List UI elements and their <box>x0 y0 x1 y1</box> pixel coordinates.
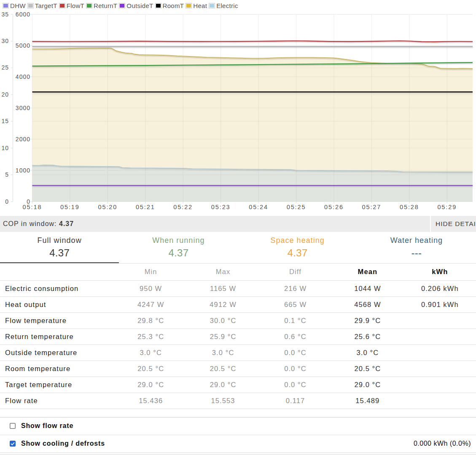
svg-text:5000: 5000 <box>16 42 30 49</box>
svg-text:6000: 6000 <box>16 11 30 18</box>
svg-text:1000: 1000 <box>16 167 30 174</box>
svg-text:30: 30 <box>1 38 9 44</box>
svg-text:15: 15 <box>1 118 9 124</box>
svg-text:2000: 2000 <box>16 136 30 143</box>
svg-text:05:24: 05:24 <box>249 204 268 210</box>
svg-text:20: 20 <box>1 91 9 98</box>
svg-text:0: 0 <box>5 198 9 205</box>
svg-text:10: 10 <box>1 145 9 151</box>
svg-text:3000: 3000 <box>16 105 30 111</box>
svg-text:05:21: 05:21 <box>136 204 155 210</box>
svg-text:05:19: 05:19 <box>60 204 80 210</box>
svg-text:05:28: 05:28 <box>400 204 419 210</box>
svg-text:05:26: 05:26 <box>324 204 344 210</box>
svg-text:05:22: 05:22 <box>173 204 193 210</box>
svg-text:4000: 4000 <box>16 73 30 80</box>
svg-text:25: 25 <box>1 64 9 71</box>
svg-text:05:20: 05:20 <box>98 204 118 210</box>
svg-text:05:29: 05:29 <box>437 204 457 210</box>
svg-text:05:18: 05:18 <box>23 204 42 210</box>
svg-text:05:23: 05:23 <box>211 204 231 210</box>
svg-text:05:25: 05:25 <box>287 204 306 210</box>
svg-text:05:27: 05:27 <box>362 204 382 210</box>
svg-text:35: 35 <box>1 11 9 18</box>
svg-text:5: 5 <box>5 171 9 178</box>
